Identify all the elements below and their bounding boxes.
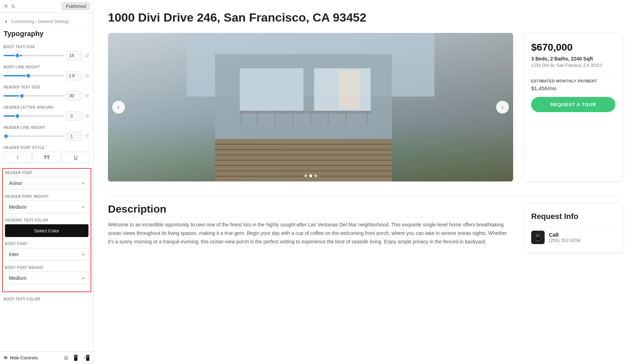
header-text-size-label: HEADER TEXT SIZE	[4, 85, 90, 89]
phone-icon: 📱	[531, 231, 545, 244]
footer-icons: 🖥 📱 📲	[63, 354, 90, 361]
header-letter-spacing-reset[interactable]: ↺	[84, 112, 90, 120]
body-text-color-label: BODY TEXT COLOR	[4, 297, 90, 301]
estimated-payment-label: ESTIMATED MONTHLY PAYMENT	[531, 79, 615, 83]
header-font-group: HEADER FONT Arimo Inter Roboto Open Sans…	[5, 171, 88, 190]
description-main: Description Welcome to an incredible opp…	[108, 203, 513, 253]
property-info-card: $670,000 3 Beds, 2 Baths, 2240 Sqft 1235…	[524, 33, 623, 181]
gallery-prev-button[interactable]: ‹	[112, 101, 125, 114]
body-text-size-input[interactable]: 16	[67, 51, 82, 60]
gallery-dot-1[interactable]	[304, 174, 307, 177]
price-tag: $670,000	[531, 42, 615, 53]
gallery-image	[108, 33, 513, 181]
breadcrumb: Customizing › General Settings	[11, 19, 69, 24]
underline-button[interactable]: U	[62, 152, 90, 163]
gallery-dots	[304, 174, 317, 177]
close-button[interactable]: ✕	[4, 3, 8, 10]
back-button[interactable]: ‹	[4, 16, 8, 27]
header-line-height-label: HEADER LINE HEIGHT	[4, 126, 90, 129]
header-font-weight-group: HEADER FONT WEIGHT Light Regular Medium …	[5, 195, 88, 213]
property-stats: 3 Beds, 2 Baths, 2240 Sqft	[531, 56, 615, 62]
header-text-size-input[interactable]: 30	[67, 91, 82, 100]
published-badge[interactable]: Published	[62, 2, 90, 10]
italic-button[interactable]: I	[4, 152, 32, 163]
header-line-height-input[interactable]: 1	[67, 132, 82, 141]
contact-label: Call	[549, 232, 580, 238]
body-text-color-group: BODY TEXT COLOR	[4, 297, 90, 301]
property-title: 1000 Divi Drive 246, San Francisco, CA 9…	[108, 11, 623, 24]
gallery-dot-2[interactable]	[309, 174, 312, 177]
header-text-size-reset[interactable]: ↺	[84, 92, 90, 99]
request-info-title: Request Info	[531, 212, 615, 221]
header-font-style-label: HEADER FONT STYLE	[4, 146, 90, 150]
hide-controls-button[interactable]: 👁 Hide Controls	[4, 356, 38, 360]
header-font-select[interactable]: Arimo Inter Roboto Open Sans	[5, 177, 88, 190]
divider-1	[531, 74, 615, 74]
sidebar: ✕ ⇅ Published ‹ Customizing › General Se…	[0, 0, 94, 364]
header-text-size-group: HEADER TEXT SIZE 30 ↺	[4, 85, 90, 100]
tour-button[interactable]: REQUEST A TOUR	[531, 97, 615, 112]
body-line-height-input[interactable]: 1.8	[67, 71, 82, 80]
header-font-weight-label: HEADER FONT WEIGHT	[5, 195, 88, 198]
header-line-height-slider-row: 1 ↺	[4, 132, 90, 141]
body-font-weight-group: BODY FONT WEIGHT Light Regular Medium Bo…	[5, 266, 88, 284]
body-font-weight-label: BODY FONT WEIGHT	[5, 266, 88, 270]
highlighted-section: HEADER FONT Arimo Inter Roboto Open Sans…	[2, 168, 91, 292]
description-title: Description	[108, 203, 513, 215]
svg-rect-2	[240, 68, 304, 111]
hide-controls-label: Hide Controls	[10, 356, 38, 360]
header-letter-spacing-slider[interactable]	[4, 115, 64, 117]
description-section: Description Welcome to an incredible opp…	[108, 196, 623, 253]
sidebar-topbar-left: ✕ ⇅	[4, 3, 15, 10]
body-font-select[interactable]: Inter Arimo Roboto Open Sans	[5, 248, 88, 261]
header-letter-spacing-label: HEADER LETTER SPACING	[4, 105, 90, 109]
body-text-size-reset[interactable]: ↺	[84, 52, 90, 59]
gallery-next-button[interactable]: ›	[496, 101, 509, 114]
body-line-height-group: BODY LINE HEIGHT 1.8 ↺	[4, 65, 90, 80]
desktop-view-button[interactable]: 🖥	[63, 355, 69, 361]
heading-text-color-button[interactable]: Select Color	[5, 224, 88, 237]
body-line-height-slider[interactable]	[4, 75, 64, 76]
header-line-height-reset[interactable]: ↺	[84, 133, 90, 140]
svg-rect-4	[240, 111, 371, 114]
header-font-weight-select[interactable]: Light Regular Medium Bold	[5, 201, 88, 213]
header-letter-spacing-slider-row: 0 ↺	[4, 111, 90, 121]
header-text-size-slider-row: 30 ↺	[4, 91, 90, 100]
contact-row: 📱 Call (255) 352-6258	[531, 227, 615, 244]
header-letter-spacing-input[interactable]: 0	[67, 111, 82, 121]
body-font-weight-select-wrapper: Light Regular Medium Bold ▼	[5, 272, 88, 284]
gallery-dot-3[interactable]	[314, 174, 317, 177]
contact-phone: (255) 352-6258	[549, 238, 580, 243]
header-font-weight-select-wrapper: Light Regular Medium Bold ▼	[5, 201, 88, 213]
sort-icon-button[interactable]: ⇅	[11, 4, 15, 9]
eye-icon: 👁	[4, 356, 8, 360]
header-line-height-group: HEADER LINE HEIGHT 1 ↺	[4, 126, 90, 141]
body-text-size-group: BODY TEXT SIZE 16 ↺	[4, 45, 90, 60]
body-text-size-label: BODY TEXT SIZE	[4, 45, 90, 49]
header-font-style-group: HEADER FONT STYLE I TT U	[4, 146, 90, 163]
body-text-size-slider-row: 16 ↺	[4, 51, 90, 60]
section-title: Typography	[0, 28, 93, 41]
body-text-size-slider[interactable]	[4, 55, 64, 56]
body-line-height-slider-row: 1.8 ↺	[4, 71, 90, 80]
mobile-view-button[interactable]: 📲	[83, 354, 90, 361]
property-body: ‹ › $670,000 3 Beds, 2 Baths, 2240 Sqft …	[108, 33, 623, 181]
sidebar-nav-header: ‹ Customizing › General Settings	[0, 13, 93, 28]
bold-button[interactable]: TT	[33, 152, 61, 163]
description-text: Welcome to an incredible opportunity to …	[108, 221, 513, 246]
main-content: 1000 Divi Drive 246, San Francisco, CA 9…	[94, 0, 637, 364]
svg-rect-21	[339, 70, 360, 109]
body-font-group: BODY FONT Inter Arimo Roboto Open Sans ▼	[5, 242, 88, 261]
tablet-view-button[interactable]: 📱	[72, 354, 79, 361]
estimated-payment-value: $1,456/mo	[531, 85, 615, 91]
sidebar-topbar: ✕ ⇅ Published	[0, 0, 93, 13]
heading-text-color-group: HEADING TEXT COLOR Select Color	[5, 218, 88, 237]
property-gallery: ‹ ›	[108, 33, 513, 181]
body-line-height-reset[interactable]: ↺	[84, 72, 90, 79]
header-text-size-slider[interactable]	[4, 95, 64, 97]
body-font-weight-select[interactable]: Light Regular Medium Bold	[5, 272, 88, 284]
header-font-select-wrapper: Arimo Inter Roboto Open Sans ▼	[5, 177, 88, 190]
header-line-height-slider[interactable]	[4, 135, 64, 137]
request-info-card: Request Info 📱 Call (255) 352-6258	[524, 203, 623, 253]
sidebar-footer: 👁 Hide Controls 🖥 📱 📲	[0, 351, 93, 364]
